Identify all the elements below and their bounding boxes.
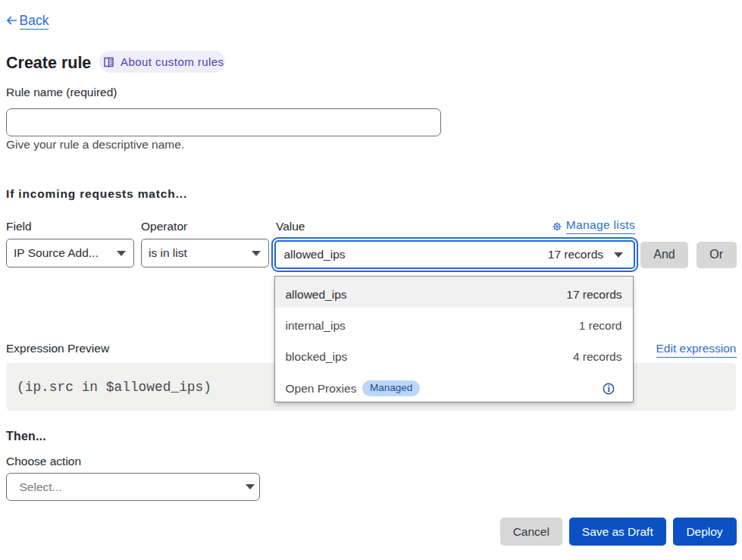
svg-text:i: i bbox=[607, 383, 610, 394]
